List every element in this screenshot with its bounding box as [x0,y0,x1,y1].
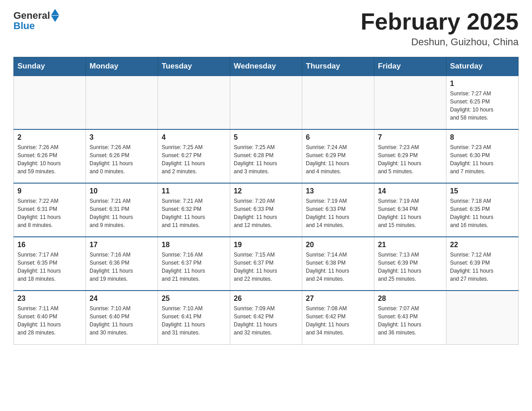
day-number: 18 [162,241,226,249]
day-info: Sunrise: 7:19 AMSunset: 6:33 PMDaylight:… [306,197,370,229]
day-info: Sunrise: 7:26 AMSunset: 6:26 PMDaylight:… [17,143,82,176]
day-number: 8 [450,133,515,141]
day-number: 19 [234,241,298,249]
weekday-header-sunday: Sunday [14,57,86,76]
day-number: 25 [162,295,226,303]
day-number: 17 [90,241,154,249]
logo-general-text: General [13,10,50,21]
calendar-subtitle: Deshun, Guizhou, China [360,36,519,48]
calendar-cell: 6Sunrise: 7:24 AMSunset: 6:29 PMDaylight… [302,129,374,183]
day-info: Sunrise: 7:20 AMSunset: 6:33 PMDaylight:… [234,197,298,229]
day-info: Sunrise: 7:16 AMSunset: 6:37 PMDaylight:… [162,251,226,283]
day-number: 27 [306,295,370,303]
calendar-cell: 15Sunrise: 7:18 AMSunset: 6:35 PMDayligh… [446,183,519,237]
calendar-cell: 11Sunrise: 7:21 AMSunset: 6:32 PMDayligh… [158,183,230,237]
calendar-cell: 2Sunrise: 7:26 AMSunset: 6:26 PMDaylight… [14,129,86,183]
calendar-cell: 3Sunrise: 7:26 AMSunset: 6:26 PMDaylight… [86,129,158,183]
calendar-cell [446,291,519,344]
weekday-header-wednesday: Wednesday [230,57,302,76]
calendar-cell: 26Sunrise: 7:09 AMSunset: 6:42 PMDayligh… [230,291,302,344]
day-number: 14 [378,187,442,195]
calendar-cell: 7Sunrise: 7:23 AMSunset: 6:29 PMDaylight… [374,129,446,183]
day-number: 2 [17,133,82,141]
day-info: Sunrise: 7:21 AMSunset: 6:31 PMDaylight:… [90,197,154,229]
calendar-cell: 23Sunrise: 7:11 AMSunset: 6:40 PMDayligh… [14,291,86,344]
calendar-cell: 28Sunrise: 7:07 AMSunset: 6:43 PMDayligh… [374,291,446,344]
logo: General Blue [13,9,59,32]
calendar-cell: 9Sunrise: 7:22 AMSunset: 6:31 PMDaylight… [14,183,86,237]
calendar-week-1: 2Sunrise: 7:26 AMSunset: 6:26 PMDaylight… [14,129,519,183]
calendar-body: 1Sunrise: 7:27 AMSunset: 6:25 PMDaylight… [14,76,519,344]
calendar-cell [302,76,374,129]
weekday-header-thursday: Thursday [302,57,374,76]
day-number: 21 [378,241,442,249]
day-number: 9 [17,187,82,195]
day-number: 6 [306,133,370,141]
day-number: 22 [450,241,515,249]
day-info: Sunrise: 7:10 AMSunset: 6:41 PMDaylight:… [162,304,226,337]
day-info: Sunrise: 7:17 AMSunset: 6:35 PMDaylight:… [17,251,82,283]
day-info: Sunrise: 7:10 AMSunset: 6:40 PMDaylight:… [90,304,154,337]
day-info: Sunrise: 7:08 AMSunset: 6:42 PMDaylight:… [306,304,370,337]
calendar-cell: 27Sunrise: 7:08 AMSunset: 6:42 PMDayligh… [302,291,374,344]
calendar-cell: 20Sunrise: 7:14 AMSunset: 6:38 PMDayligh… [302,237,374,291]
day-number: 5 [234,133,298,141]
day-number: 23 [17,295,82,303]
calendar-cell [86,76,158,129]
day-info: Sunrise: 7:22 AMSunset: 6:31 PMDaylight:… [17,197,82,229]
day-info: Sunrise: 7:13 AMSunset: 6:39 PMDaylight:… [378,251,442,283]
day-info: Sunrise: 7:26 AMSunset: 6:26 PMDaylight:… [90,143,154,176]
day-info: Sunrise: 7:25 AMSunset: 6:27 PMDaylight:… [162,143,226,176]
calendar-week-4: 23Sunrise: 7:11 AMSunset: 6:40 PMDayligh… [14,291,519,344]
day-number: 7 [378,133,442,141]
day-info: Sunrise: 7:25 AMSunset: 6:28 PMDaylight:… [234,143,298,176]
day-number: 15 [450,187,515,195]
logo-arrow-down-icon [51,16,59,22]
calendar-cell [374,76,446,129]
weekday-header-friday: Friday [374,57,446,76]
calendar-table: SundayMondayTuesdayWednesdayThursdayFrid… [13,57,519,345]
day-info: Sunrise: 7:15 AMSunset: 6:37 PMDaylight:… [234,251,298,283]
calendar-cell: 1Sunrise: 7:27 AMSunset: 6:25 PMDaylight… [446,76,519,129]
day-number: 10 [90,187,154,195]
day-number: 11 [162,187,226,195]
day-number: 4 [162,133,226,141]
weekday-header-tuesday: Tuesday [158,57,230,76]
calendar-cell: 14Sunrise: 7:19 AMSunset: 6:34 PMDayligh… [374,183,446,237]
day-number: 12 [234,187,298,195]
day-number: 16 [17,241,82,249]
calendar-cell [230,76,302,129]
day-info: Sunrise: 7:23 AMSunset: 6:29 PMDaylight:… [378,143,442,176]
page-header: General Blue February 2025 Deshun, Guizh… [13,9,519,48]
calendar-title: February 2025 [360,9,519,34]
calendar-cell: 5Sunrise: 7:25 AMSunset: 6:28 PMDaylight… [230,129,302,183]
day-info: Sunrise: 7:11 AMSunset: 6:40 PMDaylight:… [17,304,82,337]
calendar-week-0: 1Sunrise: 7:27 AMSunset: 6:25 PMDaylight… [14,76,519,129]
day-info: Sunrise: 7:16 AMSunset: 6:36 PMDaylight:… [90,251,154,283]
logo-arrow-up-icon [51,9,59,15]
calendar-cell: 8Sunrise: 7:23 AMSunset: 6:30 PMDaylight… [446,129,519,183]
title-section: February 2025 Deshun, Guizhou, China [360,9,519,48]
day-info: Sunrise: 7:23 AMSunset: 6:30 PMDaylight:… [450,143,515,176]
day-info: Sunrise: 7:09 AMSunset: 6:42 PMDaylight:… [234,304,298,337]
calendar-cell [158,76,230,129]
logo-blue-text: Blue [13,20,35,32]
calendar-week-3: 16Sunrise: 7:17 AMSunset: 6:35 PMDayligh… [14,237,519,291]
day-info: Sunrise: 7:12 AMSunset: 6:39 PMDaylight:… [450,251,515,283]
day-number: 24 [90,295,154,303]
day-number: 1 [450,80,515,88]
day-info: Sunrise: 7:24 AMSunset: 6:29 PMDaylight:… [306,143,370,176]
weekday-header-row: SundayMondayTuesdayWednesdayThursdayFrid… [14,57,519,76]
day-info: Sunrise: 7:14 AMSunset: 6:38 PMDaylight:… [306,251,370,283]
weekday-header-saturday: Saturday [446,57,519,76]
calendar-cell: 25Sunrise: 7:10 AMSunset: 6:41 PMDayligh… [158,291,230,344]
calendar-cell: 24Sunrise: 7:10 AMSunset: 6:40 PMDayligh… [86,291,158,344]
calendar-cell: 12Sunrise: 7:20 AMSunset: 6:33 PMDayligh… [230,183,302,237]
calendar-cell: 13Sunrise: 7:19 AMSunset: 6:33 PMDayligh… [302,183,374,237]
weekday-header-monday: Monday [86,57,158,76]
day-number: 28 [378,295,442,303]
calendar-cell: 4Sunrise: 7:25 AMSunset: 6:27 PMDaylight… [158,129,230,183]
calendar-cell [14,76,86,129]
day-info: Sunrise: 7:27 AMSunset: 6:25 PMDaylight:… [450,90,515,122]
calendar-cell: 19Sunrise: 7:15 AMSunset: 6:37 PMDayligh… [230,237,302,291]
